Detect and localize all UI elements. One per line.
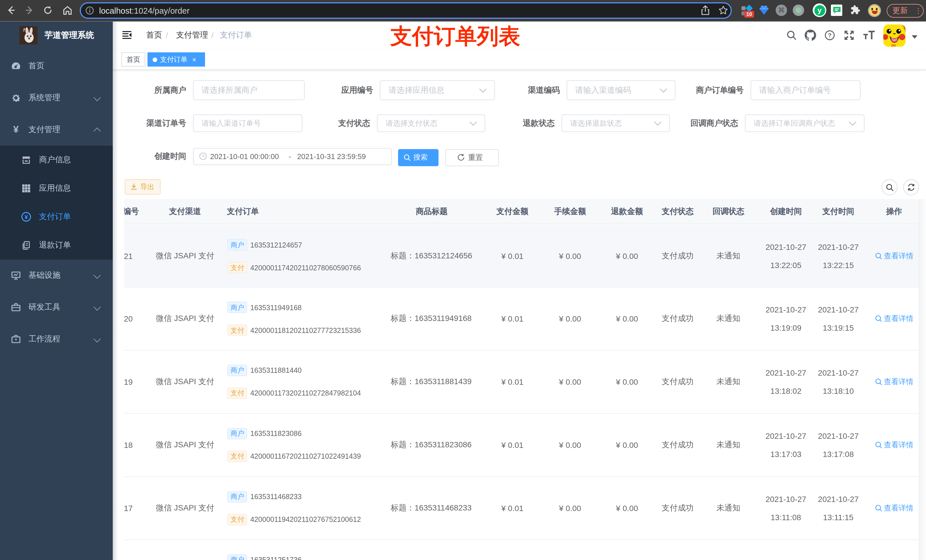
svg-text:?: ? (828, 32, 832, 38)
svg-text:¥: ¥ (24, 214, 28, 220)
